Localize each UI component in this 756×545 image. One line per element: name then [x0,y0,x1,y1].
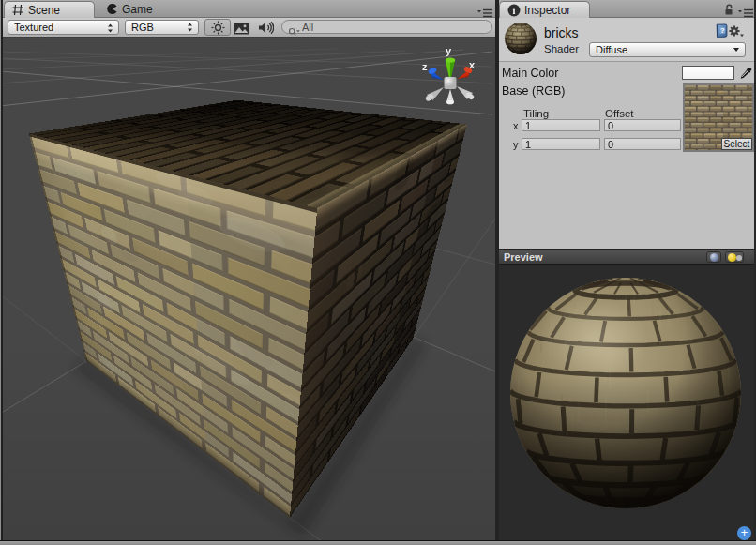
svg-text:y: y [446,45,452,56]
svg-text:?: ? [720,26,725,35]
svg-text:i: i [513,5,516,15]
svg-text:x: x [469,59,476,70]
svg-text:z: z [422,61,428,72]
